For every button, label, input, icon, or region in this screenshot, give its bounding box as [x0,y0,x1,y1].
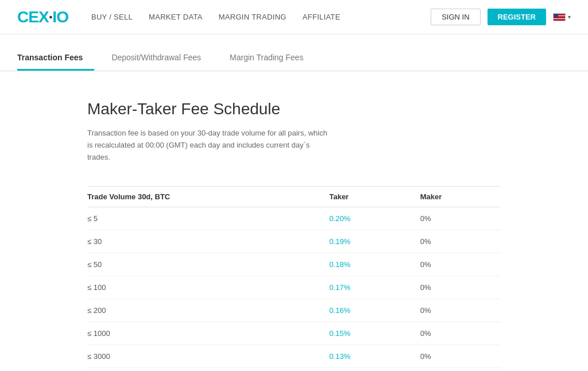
cell-taker: 0.18% [318,253,408,276]
section-description: Transaction fee is based on your 30-day … [87,127,328,163]
cell-maker: 0% [409,299,501,322]
signin-button[interactable]: SIGN IN [431,9,480,25]
nav-margin-trading[interactable]: MARGIN TRADING [219,13,287,21]
logo-text: CEX·IO [17,8,68,26]
cell-taker: 0.19% [318,230,408,253]
cell-maker: 0% [409,276,501,299]
flag-icon [553,13,566,21]
header-actions: SIGN IN REGISTER ▾ [431,9,571,25]
site-header: CEX·IO BUY / SELL MARKET DATA MARGIN TRA… [0,0,588,34]
logo[interactable]: CEX·IO [17,8,68,26]
main-content: Maker-Taker Fee Schedule Transaction fee… [70,71,518,371]
tab-deposit-withdrawal-fees[interactable]: Deposit/Withdrawal Fees [111,46,212,71]
main-nav: BUY / SELL MARKET DATA MARGIN TRADING AF… [91,13,431,21]
cell-taker: 0.20% [318,207,408,230]
tab-margin-trading-fees[interactable]: Margin Trading Fees [230,46,315,71]
nav-market-data[interactable]: MARKET DATA [149,13,203,21]
col-header-taker: Taker [318,187,408,207]
table-row: ≤ 2000.16%0% [87,299,501,322]
cell-maker: 0% [409,368,501,371]
chevron-down-icon: ▾ [568,14,571,20]
table-row: ≤ 50.20%0% [87,207,501,230]
cell-taker: 0.13% [318,345,408,368]
cell-volume: ≤ 200 [87,299,318,322]
cell-volume: ≤ 100 [87,276,318,299]
language-selector[interactable]: ▾ [553,13,571,21]
table-row: ≤ 30000.13%0% [87,345,501,368]
cell-maker: 0% [409,345,501,368]
cell-volume: ≤ 50 [87,253,318,276]
cell-volume: ≤ 6000 [87,368,318,371]
section-title: Maker-Taker Fee Schedule [87,100,501,118]
cell-maker: 0% [409,253,501,276]
tab-transaction-fees[interactable]: Transaction Fees [17,46,94,71]
tabs: Transaction Fees Deposit/Withdrawal Fees… [17,46,571,71]
cell-maker: 0% [409,322,501,345]
cell-volume: ≤ 30 [87,230,318,253]
fee-table: Trade Volume 30d, BTC Taker Maker ≤ 50.2… [87,186,501,371]
cell-volume: ≤ 1000 [87,322,318,345]
cell-taker: 0.11% [318,368,408,371]
cell-volume: ≤ 3000 [87,345,318,368]
nav-buy-sell[interactable]: BUY / SELL [91,13,133,21]
register-button[interactable]: REGISTER [488,9,546,25]
table-row: ≤ 300.19%0% [87,230,501,253]
table-header-row: Trade Volume 30d, BTC Taker Maker [87,187,501,207]
cell-taker: 0.16% [318,299,408,322]
cell-maker: 0% [409,230,501,253]
table-row: ≤ 500.18%0% [87,253,501,276]
table-row: ≤ 10000.15%0% [87,322,501,345]
tabs-container: Transaction Fees Deposit/Withdrawal Fees… [0,46,588,71]
col-header-maker: Maker [409,187,501,207]
nav-affiliate[interactable]: AFFILIATE [303,13,341,21]
cell-taker: 0.17% [318,276,408,299]
cell-maker: 0% [409,207,501,230]
cell-taker: 0.15% [318,322,408,345]
table-row: ≤ 1000.17%0% [87,276,501,299]
table-row: ≤ 60000.11%0% [87,368,501,371]
col-header-volume: Trade Volume 30d, BTC [87,187,318,207]
cell-volume: ≤ 5 [87,207,318,230]
